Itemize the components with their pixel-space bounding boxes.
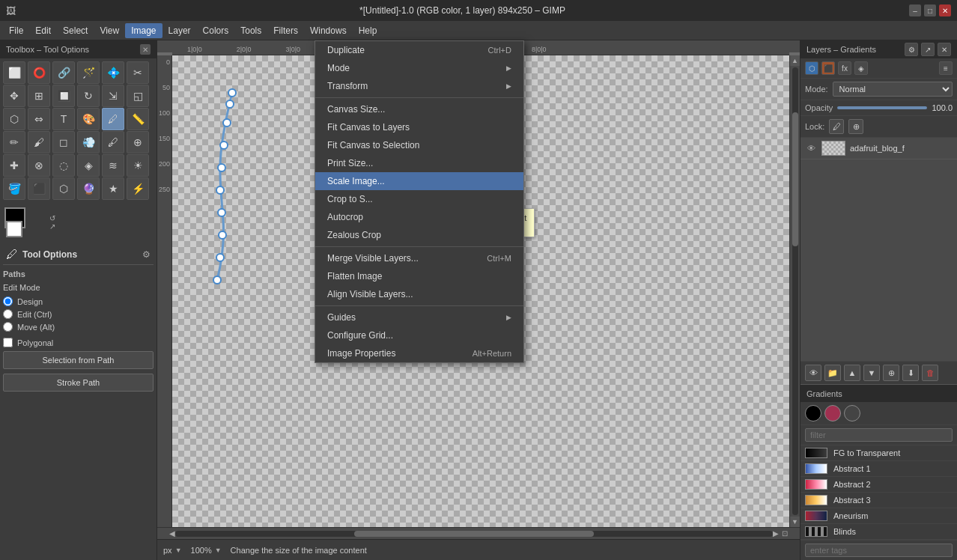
menu-item-canvas-size[interactable]: Canvas Size... [315,100,523,118]
duplicate-layer-button[interactable]: ⊕ [883,365,899,381]
panel-close-icon[interactable]: ✕ [938,43,951,56]
hscroll-right-button[interactable]: ▶ [773,529,779,538]
menu-item-mode[interactable]: Mode [315,59,523,77]
new-layer-from-visible-button[interactable]: 👁 [805,365,821,381]
vscroll-up-button[interactable]: ▲ [790,55,800,66]
tool-ink[interactable]: 🖋 [102,131,124,153]
delete-layer-button[interactable]: 🗑 [922,365,938,381]
panel-arrow-icon[interactable]: ≡ [939,61,953,75]
gradient-item-blinds[interactable]: Blinds [800,524,957,540]
menu-tools[interactable]: Tools [234,23,267,38]
menu-layer[interactable]: Layer [162,23,197,38]
new-layer-group-icon[interactable]: ⬡ [805,61,818,75]
tool-free-select[interactable]: 🔗 [52,61,75,84]
checkbox-polygonal[interactable]: Polygonal [3,336,154,349]
gradient-item-abstract2[interactable]: Abstract 2 [800,477,957,493]
tool-text[interactable]: T [52,108,75,130]
gradient-item-abstract1[interactable]: Abstract 1 [800,461,957,477]
tool-rect-select[interactable]: ⬜ [3,61,25,84]
opacity-slider[interactable] [837,106,927,109]
tool-flip[interactable]: ⇔ [28,108,50,130]
gradient-tag-input[interactable] [805,544,953,557]
tool-measure[interactable]: 📏 [127,108,149,130]
tool-scale[interactable]: ⇲ [102,85,124,107]
tool-custom4[interactable]: ⚡ [127,177,149,200]
menu-item-flatten[interactable]: Flatten Image [315,267,523,285]
menu-item-configure-grid[interactable]: Configure Grid... [315,326,523,344]
minimize-button[interactable]: – [909,4,921,16]
close-button[interactable]: ✕ [939,4,951,16]
menu-item-align-visible[interactable]: Align Visible Layers... [315,285,523,303]
tool-custom1[interactable]: ⬡ [52,177,75,200]
tool-blend[interactable]: ⬛ [28,177,50,200]
menu-image[interactable]: Image [125,23,162,38]
gradient-color3-swatch[interactable] [844,405,860,421]
menu-item-fit-canvas-selection[interactable]: Fit Canvas to Selection [315,136,523,154]
layer-mask-icon[interactable]: ◈ [854,61,868,75]
tool-crop[interactable]: 🔲 [52,85,75,107]
tool-color-picker[interactable]: 🎨 [77,108,100,130]
gradient-color2-swatch[interactable] [824,405,841,421]
radio-design[interactable]: Design [3,295,154,308]
panel-settings-icon[interactable]: ⚙ [905,43,918,56]
raise-layer-button[interactable]: ▲ [844,365,860,381]
unit-dropdown-icon[interactable]: ▼ [175,547,182,554]
menu-item-guides[interactable]: Guides [315,308,523,326]
lock-pixels-button[interactable]: 🖊 [829,119,844,134]
layer-fx-icon[interactable]: fx [838,61,851,75]
tool-align[interactable]: ⊞ [28,85,50,107]
menu-edit[interactable]: Edit [29,23,57,38]
maximize-button[interactable]: □ [924,4,936,16]
tool-color-select[interactable]: 💠 [102,61,124,84]
menu-view[interactable]: View [94,23,125,38]
tool-scissors[interactable]: ✂ [127,61,149,84]
gradient-item-fg-transparent[interactable]: FG to Transparent [800,445,957,461]
selection-from-path-button[interactable]: Selection from Path [3,351,154,369]
tool-blur[interactable]: ◌ [52,154,75,177]
tool-shear[interactable]: ◱ [127,85,149,107]
hscroll-thumb[interactable] [354,531,593,537]
tool-options-settings-icon[interactable]: ⚙ [142,249,151,260]
tool-airbrush[interactable]: 💨 [77,131,100,153]
background-color[interactable] [6,221,22,237]
tool-healing[interactable]: ✚ [3,154,25,177]
tool-ellipse-select[interactable]: ⭕ [28,61,50,84]
menu-item-crop-to-selection[interactable]: Crop to S... [315,190,523,208]
menu-item-print-size[interactable]: Print Size... [315,154,523,172]
toolbox-close-button[interactable]: ✕ [140,44,151,55]
lower-layer-button[interactable]: ▼ [863,365,880,381]
stroke-path-button[interactable]: Stroke Path [3,374,154,392]
tool-dodge-burn[interactable]: ☀ [127,154,149,177]
menu-item-duplicate[interactable]: Duplicate Ctrl+D [315,41,523,59]
zoom-fit-button[interactable]: ⊡ [782,529,788,538]
radio-edit[interactable]: Edit (Ctrl) [3,308,154,320]
gradient-item-aneurism[interactable]: Aneurism [800,508,957,524]
menu-colors[interactable]: Colors [197,23,235,38]
menu-item-scale-image[interactable]: Scale Image... [315,172,523,190]
menu-item-fit-canvas-layers[interactable]: Fit Canvas to Layers [315,118,523,136]
menu-item-autocrop[interactable]: Autocrop [315,208,523,226]
tool-perspective[interactable]: ⬡ [3,108,25,130]
tool-paintbrush[interactable]: 🖌 [28,131,50,153]
menu-file[interactable]: File [3,23,29,38]
hscroll-left-button[interactable]: ◀ [169,529,175,538]
tool-rotate[interactable]: ↻ [77,85,100,107]
gradient-color1-swatch[interactable] [805,405,821,421]
tool-fuzzy-select[interactable]: 🪄 [77,61,100,84]
lock-position-button[interactable]: ⊕ [848,119,863,134]
panel-expand-icon[interactable]: ↗ [921,43,935,56]
menu-item-zealous-crop[interactable]: Zealous Crop [315,226,523,244]
vscroll-down-button[interactable]: ▼ [790,517,800,527]
tool-eraser[interactable]: ◻ [52,131,75,153]
merge-layer-button[interactable]: ⬇ [902,365,919,381]
menu-filters[interactable]: Filters [267,23,304,38]
gradient-item-abstract3[interactable]: Abstract 3 [800,493,957,508]
tool-smudge[interactable]: ≋ [102,154,124,177]
layer-visibility-icon[interactable]: 👁 [805,142,817,154]
menu-windows[interactable]: Windows [304,23,353,38]
layer-type-icon[interactable]: ⬛ [821,61,835,75]
new-layer-group-button[interactable]: 📁 [824,365,841,381]
gradient-filter-input[interactable] [805,428,953,442]
tool-pencil[interactable]: ✏ [3,131,25,153]
mode-select[interactable]: Normal [833,82,953,97]
